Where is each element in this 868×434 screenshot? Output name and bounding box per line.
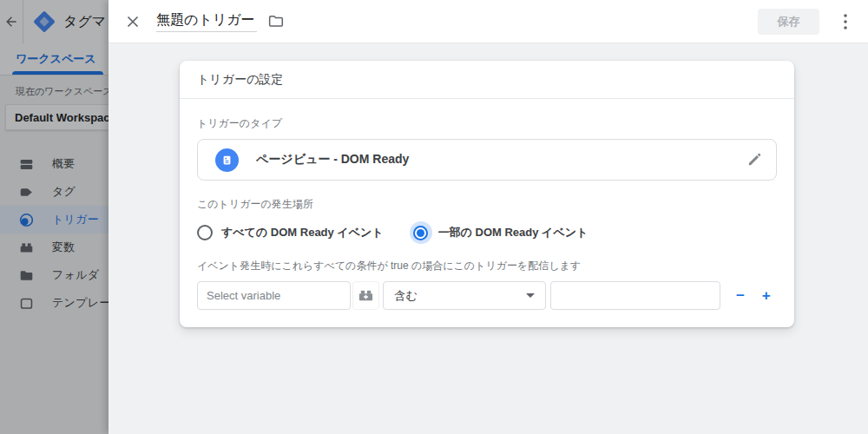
add-condition-button[interactable]: + (755, 285, 777, 307)
fires-on-radio-group: すべての DOM Ready イベント 一部の DOM Ready イベント (197, 221, 777, 244)
kebab-menu-icon[interactable] (837, 11, 854, 32)
fires-on-label: このトリガーの発生場所 (197, 197, 777, 212)
save-button[interactable]: 保存 (758, 9, 819, 35)
trigger-type-value: ページビュー - DOM Ready (256, 152, 409, 168)
pageview-trigger-icon (215, 148, 239, 172)
trigger-type-box[interactable]: ページビュー - DOM Ready (197, 139, 777, 181)
folder-move-icon[interactable] (267, 13, 284, 30)
modal-scrim[interactable] (0, 0, 108, 434)
radio-some-dom-ready[interactable]: 一部の DOM Ready イベント (413, 221, 589, 244)
operator-dropdown[interactable]: 含む (383, 281, 545, 310)
variable-picker-icon[interactable] (352, 281, 379, 310)
trigger-modal: 無題のトリガー 保存 トリガーの設定 トリガーのタイプ ページビュー - DOM… (108, 0, 868, 434)
card-title: トリガーの設定 (180, 61, 794, 99)
close-icon[interactable] (124, 13, 141, 30)
condition-row: 含む − + (197, 281, 777, 310)
chevron-down-icon (526, 293, 535, 298)
radio-unselected-icon (197, 225, 213, 240)
radio-selected-icon (410, 221, 432, 244)
condition-help-label: イベント発生時にこれらすべての条件が true の場合にこのトリガーを配信します (197, 259, 777, 273)
trigger-title-input[interactable]: 無題のトリガー (156, 10, 257, 32)
radio-all-dom-ready[interactable]: すべての DOM Ready イベント (197, 225, 384, 240)
trigger-type-label: トリガーのタイプ (197, 116, 777, 131)
modal-header: 無題のトリガー 保存 (108, 0, 868, 43)
remove-condition-button[interactable]: − (730, 285, 752, 307)
trigger-config-card: トリガーの設定 トリガーのタイプ ページビュー - DOM Ready このトリ… (180, 61, 794, 327)
condition-value-input[interactable] (550, 281, 720, 310)
variable-select-input[interactable] (197, 281, 351, 310)
edit-pencil-icon[interactable] (746, 151, 764, 168)
